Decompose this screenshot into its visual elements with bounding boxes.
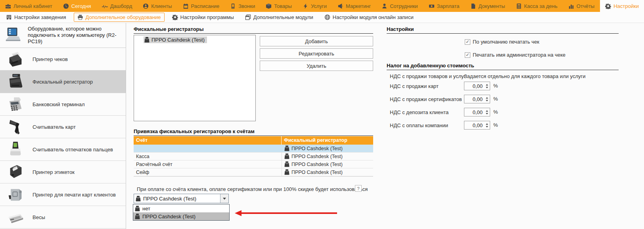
building-icon (6, 14, 12, 20)
menu-item-clients[interactable]: Клиенты (138, 0, 177, 12)
table-row[interactable]: Расчётный счёт ПРРО Cashdesk (Test) (134, 160, 373, 168)
combobox-value: ПРРО Cashdesk (Test) (143, 196, 196, 202)
menu-item-services[interactable]: Услуги (297, 0, 332, 12)
fiscal-icon (284, 153, 289, 159)
spinner-arrows[interactable] (484, 95, 490, 103)
edit-button[interactable]: Редактировать (260, 48, 373, 59)
sidebar-item-label: Фискальный регистратор (33, 79, 93, 85)
dropdown-option-cashdesk[interactable]: ПРРО Cashdesk (Test) (133, 212, 229, 220)
menu-item-dashboard[interactable]: Дашборд (97, 0, 138, 12)
banknote-icon (429, 3, 435, 9)
menu-item-reports[interactable]: Отчёты (563, 0, 600, 12)
vat-cards-spinner[interactable]: 0,00 (464, 82, 490, 90)
vat-certificates-spinner[interactable]: 0,00 (464, 95, 490, 103)
column-header-account: Счёт (134, 136, 282, 145)
tab-label: Дополнительные модули (253, 14, 313, 20)
person-icon (381, 3, 387, 9)
table-row[interactable]: ПРРО Cashdesk (Test) (134, 145, 373, 153)
add-button[interactable]: Добавить (260, 36, 373, 46)
register-cell: ПРРО Cashdesk (Test) (282, 153, 373, 160)
laptop-icon (3, 26, 24, 44)
binding-table-header: Счёт Фискальный регистратор (134, 136, 373, 145)
menu-item-documents[interactable]: Документы (465, 0, 510, 12)
tab-venue-settings[interactable]: Настройки заведения (2, 13, 70, 22)
tab-additional-equipment[interactable]: Дополнительное оборудование (74, 13, 165, 22)
fiscal-register-image (0, 73, 31, 91)
menu-item-label: Отчёты (577, 3, 594, 9)
menu-item-label: Расписание (191, 3, 220, 9)
arrow-up-icon (486, 110, 488, 112)
red-annotation-arrow (235, 210, 339, 217)
box-icon (266, 3, 272, 9)
sidebar-item-bank-terminal[interactable]: Банковский терминал (0, 93, 126, 116)
table-row[interactable]: Сейф ПРРО Cashdesk (Test) (134, 168, 373, 176)
binding-table: Счёт Фискальный регистратор ПРРО Cashdes… (134, 136, 373, 177)
menu-item-today[interactable]: Сегодня (58, 0, 96, 12)
arrow-down-icon (486, 100, 488, 101)
tab-online-booking-module[interactable]: Настройки модуля онлайн записи (321, 13, 417, 22)
sidebar-item-label-printer[interactable]: Принтер этикеток (0, 161, 126, 183)
scales-image (0, 208, 31, 226)
spinner-arrows[interactable] (484, 108, 490, 116)
menu-item-marketing[interactable]: Маркетинг (332, 0, 376, 12)
spinner-arrows[interactable] (484, 121, 490, 129)
table-row[interactable]: Касса ПРРО Cashdesk (Test) (134, 153, 373, 160)
register-name: ПРРО Cashdesk (Test) (291, 146, 343, 151)
sidebar-item-scales[interactable]: Весы (0, 206, 126, 229)
tab-label: Настройки заведения (14, 14, 66, 20)
checkbox-icon: ✓ (465, 52, 470, 58)
spinner-value: 0,00 (464, 96, 484, 102)
menu-item-settings[interactable]: Настройки (600, 0, 644, 12)
phone-icon (230, 3, 236, 9)
receipt-printer-image (0, 50, 31, 68)
register-cell: ПРРО Cashdesk (Test) (282, 168, 373, 176)
vat-deposit-spinner[interactable]: 0,00 (464, 108, 490, 116)
checkbox-print-admin-name[interactable]: ✓ Печатать имя администратора на чеке (465, 52, 565, 58)
fiscal-registers-title: Фискальные регистраторы (134, 26, 373, 34)
sidebar-item-label: Принтер этикеток (33, 169, 75, 175)
menu-item-schedule[interactable]: Расписание (178, 0, 225, 12)
vat-company-payment-spinner[interactable]: 0,00 (464, 121, 490, 130)
combobox-dropdown-button[interactable] (220, 194, 228, 203)
sidebar-item-card-printer[interactable]: Принтер для печати карт клиентов (0, 183, 126, 206)
help-button[interactable]: ? (355, 185, 362, 192)
menu-item-label: Дашборд (110, 3, 132, 9)
fiscal-icon (136, 196, 141, 202)
fiscal-icon (144, 37, 150, 43)
sidebar-item-card-reader[interactable]: Считыватель карт (0, 116, 126, 138)
menu-item-employees[interactable]: Сотрудники (376, 0, 423, 12)
tab-label: Дополнительное оборудование (86, 14, 161, 20)
menu-item-label: Звонки (238, 3, 255, 9)
card-reader-image (0, 118, 31, 136)
percent-label: % (493, 83, 498, 89)
spinner-value: 0,00 (464, 122, 484, 128)
fiscal-register-name: ПРРО Cashdesk (Test) (151, 37, 205, 43)
fiscal-registers-listbox[interactable]: ПРРО Cashdesk (Test) (134, 35, 256, 121)
sidebar-item-fiscal-register[interactable]: Фискальный регистратор (0, 71, 126, 93)
fiscal-register-list-item[interactable]: ПРРО Cashdesk (Test) (144, 36, 207, 43)
spinner-arrows[interactable] (484, 82, 490, 90)
sidebar-item-label: Принтер чеков (33, 56, 68, 62)
sidebar-item-receipt-printer[interactable]: Принтер чеков (0, 48, 126, 71)
tab-additional-modules[interactable]: Дополнительные модули (242, 13, 317, 22)
menu-item-label: Маркетинг (346, 3, 371, 9)
vat-row-label: НДС с продажи товаров и услуг (390, 73, 466, 79)
dropdown-option-none[interactable]: нет (133, 204, 229, 212)
sidebar-item-label: Считыватель отпечатков пальцев (33, 147, 113, 153)
menu-item-label: Услуги (311, 3, 327, 9)
menu-item-personal-cabinet[interactable]: Личный кабинет (0, 0, 58, 12)
sidebar-item-fingerprint-reader[interactable]: Считыватель отпечатков пальцев (0, 138, 126, 161)
checkbox-print-receipt-default[interactable]: ✓ По умолчанию печатать чек (465, 39, 539, 45)
menu-item-cash-day[interactable]: Касса за день (511, 0, 563, 12)
arrow-down-icon (486, 87, 488, 88)
menu-item-calls[interactable]: Звонки (225, 0, 260, 12)
menu-item-goods[interactable]: Товары (261, 0, 297, 12)
register-cell: ПРРО Cashdesk (Test) (282, 145, 373, 152)
delete-button[interactable]: Удалить (260, 61, 373, 71)
menu-item-salary[interactable]: Зарплата (424, 0, 465, 12)
person-circle-icon (143, 3, 149, 9)
tab-program-settings[interactable]: Настройки программы (169, 13, 238, 22)
sidebar-item-label: Весы (33, 214, 45, 220)
sidebar-header: Оборудование, которое можно подключить к… (0, 23, 126, 48)
fallback-register-combobox[interactable]: ПРРО Cashdesk (Test) (134, 194, 229, 203)
